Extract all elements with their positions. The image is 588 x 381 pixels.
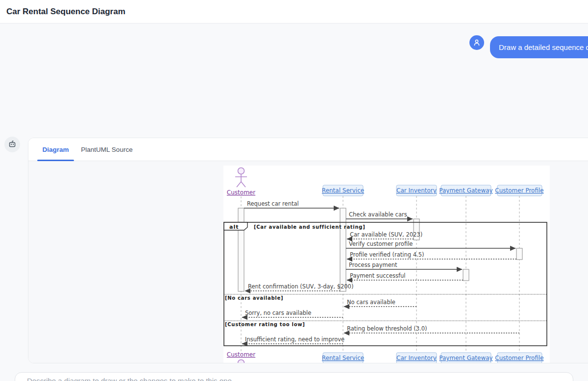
participant-customer-profile-top[interactable]: Customer Profile	[495, 187, 543, 194]
participant-payment-gateway-bottom[interactable]: Payment Gateway	[439, 355, 492, 361]
msg-profile-verified: Profile verified (rating 4.5)	[350, 251, 424, 258]
msg-no-cars: No cars available	[347, 299, 395, 306]
app-header: Car Rental Sequence Diagram	[0, 0, 588, 24]
person-icon	[473, 39, 481, 47]
participant-rental-service-bottom[interactable]: Rental Service	[322, 355, 364, 361]
tab-diagram[interactable]: Diagram	[37, 138, 74, 161]
alt-operator-label: alt	[229, 224, 239, 230]
participant-customer-profile-bottom[interactable]: Customer Profile	[495, 355, 543, 361]
msg-car-available: Car available (SUV, 2023)	[350, 231, 422, 238]
bot-avatar	[4, 137, 20, 152]
robot-icon	[8, 140, 17, 149]
alt-guard-available: [Car available and sufficient rating]	[254, 224, 365, 230]
chat-input-container	[15, 372, 573, 381]
user-avatar	[469, 35, 484, 50]
actor-customer-bottom	[238, 360, 245, 364]
user-message-bubble: Draw a detailed sequence diagram	[490, 36, 588, 58]
tab-bar: Diagram PlantUML Source	[28, 138, 588, 161]
alt-guard-low-rating: [Customer rating too low]	[225, 322, 305, 327]
msg-verify: Verify customer profile	[349, 240, 413, 247]
page-title: Car Rental Sequence Diagram	[0, 0, 588, 24]
diagram-panel: Customer Rental Service Car Inventory Pa…	[28, 161, 588, 363]
msg-insufficient: Insufficient rating, need to improve	[245, 336, 344, 343]
participant-payment-gateway-top[interactable]: Payment Gateway	[439, 187, 492, 194]
sequence-diagram-image: Customer Rental Service Car Inventory Pa…	[223, 166, 550, 363]
msg-process-payment: Process payment	[349, 262, 397, 268]
actor-customer-label-bottom[interactable]: Customer	[227, 351, 255, 358]
diagram-card: Diagram PlantUML Source	[28, 138, 588, 363]
alt-guard-no-cars: [No cars available]	[225, 295, 283, 301]
actor-customer-label-top[interactable]: Customer	[227, 189, 255, 196]
sequence-diagram: Customer Rental Service Car Inventory Pa…	[223, 166, 550, 363]
msg-payment-success: Payment successful	[350, 272, 406, 279]
msg-rating-below: Rating below threshold (3.0)	[347, 325, 427, 332]
msg-request: Request car rental	[247, 200, 299, 207]
msg-sorry: Sorry, no cars available	[245, 310, 311, 316]
actor-customer-top	[235, 168, 247, 188]
participant-car-inventory-top[interactable]: Car Inventory	[396, 187, 437, 194]
tab-plantuml-source[interactable]: PlantUML Source	[77, 138, 136, 161]
msg-rent-confirmation: Rent confirmation (SUV, 3-day, $200)	[248, 283, 353, 290]
participant-rental-service-top[interactable]: Rental Service	[322, 187, 364, 194]
chat-input[interactable]	[15, 373, 573, 381]
msg-check: Check available cars	[349, 211, 407, 218]
participant-car-inventory-bottom[interactable]: Car Inventory	[396, 355, 437, 361]
page: { "header": { "title": "Car Rental Seque…	[0, 0, 588, 381]
